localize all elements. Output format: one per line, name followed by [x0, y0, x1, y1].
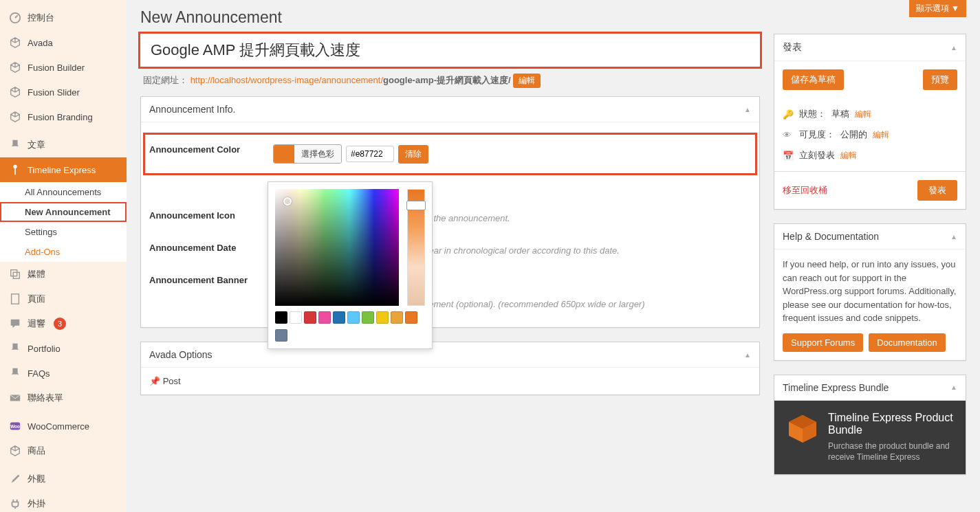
color-swatch[interactable]: [362, 311, 374, 324]
sidebar-item-文章[interactable]: 文章: [0, 133, 127, 157]
help-header[interactable]: Help & Documentation ▲: [774, 224, 966, 249]
collapse-icon[interactable]: ▲: [744, 106, 751, 113]
post-title-input[interactable]: [142, 36, 758, 65]
color-swatch[interactable]: [333, 311, 345, 324]
edit-visibility-link[interactable]: 編輯: [873, 129, 889, 141]
color-swatch[interactable]: [376, 311, 389, 324]
timeline-icon: [8, 163, 22, 177]
svg-rect-5: [12, 294, 19, 304]
dashboard-icon: [8, 11, 22, 25]
metabox-header[interactable]: Announcement Info. ▲: [141, 97, 759, 122]
submenu-item-new-announcement[interactable]: New Announcement: [0, 202, 127, 222]
color-picker-popup: [268, 181, 433, 349]
color-swatch[interactable]: [405, 311, 417, 324]
woo-icon: Woo: [8, 419, 22, 433]
collapse-icon[interactable]: ▲: [744, 351, 751, 359]
help-title: Help & Documentation: [783, 231, 879, 242]
sidebar-item-商品[interactable]: 商品: [0, 438, 127, 463]
avada-post-label: Post: [163, 376, 181, 386]
permalink-label: 固定網址：: [143, 75, 188, 85]
avada-options-box: Avada Options ▲ 📌 Post: [140, 342, 760, 395]
hue-slider[interactable]: [407, 189, 425, 306]
sidebar-item-fusion-branding[interactable]: Fusion Branding: [0, 104, 127, 129]
key-icon: 🔑: [783, 109, 794, 120]
publish-header[interactable]: 發表 ▲: [774, 34, 966, 61]
avada-header[interactable]: Avada Options ▲: [141, 342, 759, 368]
sidebar-item-fusion-slider[interactable]: Fusion Slider: [0, 80, 127, 104]
main-content: 顯示選項 ▼ New Announcement 固定網址： http://loc…: [127, 0, 980, 512]
permalink-base[interactable]: http://localhost/wordpress-image/announc…: [190, 75, 383, 85]
color-swatches: [275, 311, 425, 324]
color-clear-button[interactable]: 清除: [398, 145, 428, 164]
documentation-button[interactable]: Documentation: [869, 333, 945, 352]
status-label: 狀態：: [799, 108, 826, 120]
sidebar-item-faqs[interactable]: FAQs: [0, 361, 127, 386]
saturation-box[interactable]: [275, 189, 399, 306]
color-swatch[interactable]: [275, 329, 287, 342]
visibility-value: 公開的: [840, 129, 867, 141]
sidebar-item-fusion-builder[interactable]: Fusion Builder: [0, 55, 127, 80]
color-picker-button[interactable]: 選擇色彩: [273, 144, 342, 164]
sidebar-item-頁面[interactable]: 頁面: [0, 287, 127, 311]
sidebar-item-聯絡表單[interactable]: 聯絡表單: [0, 386, 127, 410]
screen-options-button[interactable]: 顯示選項 ▼: [909, 0, 966, 17]
sidebar-item-外掛[interactable]: 外掛: [0, 491, 127, 512]
color-swatch[interactable]: [391, 311, 403, 324]
sidebar-item-媒體[interactable]: 媒體: [0, 262, 127, 287]
sidebar-item-外觀[interactable]: 外觀: [0, 467, 127, 491]
status-value: 草稿: [831, 108, 849, 120]
count-badge: 3: [54, 318, 66, 330]
color-swatch[interactable]: [318, 311, 331, 324]
edit-permalink-button[interactable]: 編輯: [513, 74, 541, 88]
pin-icon: [8, 366, 22, 380]
sidebar-item-woocommerce[interactable]: WooWooCommerce: [0, 414, 127, 438]
cube-icon: [8, 85, 22, 99]
bundle-promo-title: Timeline Express Product Bundle: [828, 412, 955, 436]
bundle-promo-desc: Purchase the product bundle and receive …: [828, 441, 955, 464]
color-swatch[interactable]: [304, 311, 316, 324]
submenu-item-all-announcements[interactable]: All Announcements: [0, 182, 127, 202]
submenu-item-settings[interactable]: Settings: [0, 222, 127, 242]
schedule-label: 立刻發表: [799, 149, 835, 162]
sidebar-item-timeline-express[interactable]: Timeline Express: [0, 157, 127, 182]
svg-rect-4: [13, 272, 19, 278]
icon-label: Announcement Icon: [149, 210, 259, 221]
color-hex-input[interactable]: [346, 146, 394, 162]
brush-icon: [8, 472, 22, 486]
color-swatch[interactable]: [347, 311, 360, 324]
preview-button[interactable]: 預覽: [923, 69, 957, 90]
cube-icon: [8, 36, 22, 49]
color-picker-label: 選擇色彩: [294, 146, 341, 163]
permalink-slug: google-amp-提升網頁載入速度/: [383, 75, 511, 85]
pin-icon: 📌: [149, 376, 160, 386]
edit-status-link[interactable]: 編輯: [855, 109, 871, 120]
submenu-item-add-ons[interactable]: Add-Ons: [0, 242, 127, 262]
date-label: Announcement Date: [149, 243, 259, 253]
bundle-header[interactable]: Timeline Express Bundle ▲: [774, 375, 966, 401]
support-forums-button[interactable]: Support Forums: [783, 333, 863, 352]
sidebar-item-avada[interactable]: Avada: [0, 30, 127, 55]
color-swatch[interactable]: [275, 311, 287, 324]
sidebar-item-portfolio[interactable]: Portfolio: [0, 336, 127, 361]
publish-button[interactable]: 發表: [917, 180, 957, 201]
trash-link[interactable]: 移至回收桶: [783, 184, 827, 197]
metabox-title: Announcement Info.: [149, 104, 235, 115]
sidebar-item-迴響[interactable]: 迴響3: [0, 311, 127, 336]
save-draft-button[interactable]: 儲存為草稿: [783, 69, 844, 90]
svg-rect-3: [11, 270, 17, 276]
collapse-icon[interactable]: ▲: [950, 383, 957, 391]
collapse-icon[interactable]: ▲: [950, 233, 957, 241]
title-highlight: [140, 34, 760, 67]
banner-label: Announcement Banner: [149, 275, 259, 285]
media-icon: [8, 267, 22, 281]
edit-schedule-link[interactable]: 編輯: [840, 150, 857, 162]
package-icon: [785, 412, 820, 446]
help-text: If you need help, or run into any issues…: [783, 258, 957, 325]
color-swatch[interactable]: [290, 311, 302, 324]
collapse-icon[interactable]: ▲: [950, 44, 957, 52]
sidebar-item-控制台[interactable]: 控制台: [0, 5, 127, 30]
color-label: Announcement Color: [149, 144, 259, 155]
plug-icon: [8, 497, 22, 511]
page-icon: [8, 292, 22, 306]
publish-box: 發表 ▲ 儲存為草稿 預覽 🔑 狀態： 草稿 編輯: [774, 34, 966, 210]
